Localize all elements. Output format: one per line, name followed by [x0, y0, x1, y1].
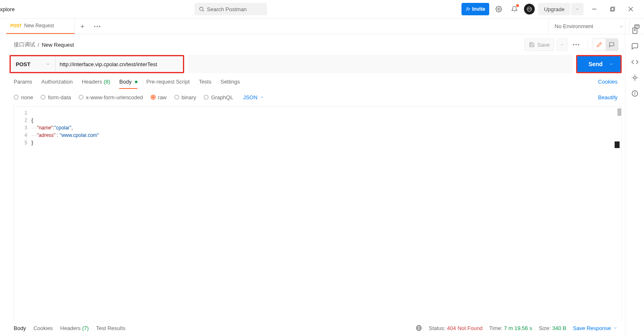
raw-format-label: JSON	[243, 94, 257, 100]
resp-headers-count: (7)	[82, 325, 89, 331]
globe-icon[interactable]	[416, 325, 422, 331]
edit-comment-button[interactable]	[606, 39, 618, 50]
scrollbar-thumb[interactable]	[618, 108, 621, 116]
url-input[interactable]: http://interface.vip.cpolar.cn/test/inte…	[55, 56, 183, 72]
size-label: Size:	[539, 325, 551, 331]
tab-settings[interactable]: Settings	[221, 74, 240, 89]
code-icon[interactable]	[631, 58, 639, 66]
svg-point-5	[498, 8, 500, 10]
chevron-down-icon	[575, 7, 579, 11]
svg-point-34	[578, 44, 579, 45]
code-brace: {	[31, 117, 33, 123]
send-button[interactable]: Send	[577, 56, 620, 72]
svg-point-32	[573, 44, 574, 45]
resp-tab-testresults[interactable]: Test Results	[96, 325, 125, 331]
tab-params[interactable]: Params	[14, 74, 32, 89]
save-response-button[interactable]: Save Response	[573, 325, 618, 331]
edit-pencil-button[interactable]	[593, 39, 606, 50]
request-tab[interactable]: POST New Request	[6, 18, 75, 34]
tab-more-button[interactable]	[90, 19, 105, 34]
upgrade-button[interactable]: Upgrade	[538, 3, 570, 15]
svg-point-8	[530, 9, 530, 9]
svg-line-1	[203, 10, 204, 12]
breadcrumb-folder[interactable]: 接口调试	[14, 41, 35, 48]
svg-point-2	[466, 7, 468, 9]
editor-gutter: 1 2 3 4 5	[14, 107, 31, 335]
resp-headers-label: Headers	[60, 325, 81, 331]
code-comma: ,	[71, 125, 72, 131]
save-response-label: Save Response	[573, 325, 611, 331]
save-icon	[529, 42, 535, 48]
bodytype-xwww-label: x-www-form-urlencoded	[86, 94, 143, 100]
svg-point-33	[576, 44, 577, 45]
comments-icon[interactable]	[631, 43, 639, 50]
cookies-link[interactable]: Cookies	[598, 79, 618, 85]
docs-icon[interactable]	[631, 27, 639, 34]
search-input[interactable]: Search Postman	[195, 3, 267, 15]
window-close[interactable]	[623, 3, 638, 15]
status-label: Status:	[429, 325, 445, 331]
resp-tab-headers[interactable]: Headers (7)	[60, 325, 89, 331]
code-colon: :	[55, 132, 60, 138]
tab-authorization[interactable]: Authorization	[41, 74, 73, 89]
code-key: "name"	[37, 125, 53, 131]
bodytype-xwww[interactable]: x-www-form-urlencoded	[79, 94, 143, 100]
status-field: Status: 404 Not Found	[429, 325, 483, 331]
save-button[interactable]: Save	[524, 38, 554, 51]
method-label: POST	[16, 61, 30, 67]
send-wrap: Send	[576, 55, 622, 73]
bodytype-binary[interactable]: binary	[174, 94, 196, 100]
raw-format-select[interactable]: JSON	[243, 94, 264, 100]
resp-tab-body[interactable]: Body	[14, 325, 26, 331]
body-editor[interactable]: 1 2 3 4 5 {····"name":"cpolar",····"adre…	[14, 106, 622, 335]
comment-icon	[609, 42, 615, 48]
svg-point-7	[529, 9, 529, 9]
notifications-icon[interactable]	[508, 3, 521, 15]
bodytype-none[interactable]: none	[14, 94, 33, 100]
tab-tests[interactable]: Tests	[199, 74, 211, 89]
resp-tab-cookies[interactable]: Cookies	[34, 325, 53, 331]
window-minimize[interactable]	[587, 3, 602, 15]
svg-rect-10	[610, 8, 614, 11]
request-more-button[interactable]	[570, 38, 582, 51]
beautify-link[interactable]: Beautify	[598, 94, 618, 100]
tab-method: POST	[10, 24, 22, 28]
url-group: POST http://interface.vip.cpolar.cn/test…	[10, 55, 184, 73]
new-tab-button[interactable]	[75, 19, 90, 34]
request-subtabs: Params Authorization Headers (8) Body Pr…	[6, 73, 625, 90]
bodytype-graphql[interactable]: GraphQL	[204, 94, 233, 100]
upgrade-dropdown[interactable]	[571, 3, 584, 15]
info-icon[interactable]	[631, 90, 639, 97]
line-num: 1	[14, 109, 27, 117]
line-num: 4	[14, 132, 27, 139]
plus-icon	[79, 24, 85, 29]
tab-title: New Request	[24, 23, 54, 29]
svg-point-31	[634, 92, 635, 93]
tab-headers[interactable]: Headers (8)	[82, 74, 111, 89]
bot-icon[interactable]	[524, 4, 535, 14]
svg-rect-11	[611, 7, 615, 10]
code-string: "www.cpolar.com"	[60, 132, 99, 138]
more-icon	[573, 44, 579, 45]
url-value: http://interface.vip.cpolar.cn/test/inte…	[60, 61, 157, 67]
invite-button[interactable]: Invite	[461, 3, 489, 15]
search-placeholder: Search Postman	[207, 6, 247, 12]
time-field: Time: 7 m 19.56 s	[489, 325, 532, 331]
chevron-down-icon	[613, 326, 618, 330]
time-value: 7 m 19.56 s	[504, 325, 532, 331]
chevron-down-icon	[560, 43, 564, 47]
bodytype-formdata[interactable]: form-data	[41, 94, 71, 100]
method-select[interactable]: POST	[11, 56, 55, 72]
tab-prerequest[interactable]: Pre-request Script	[147, 74, 190, 89]
environment-select[interactable]: No Environment	[548, 19, 629, 34]
tab-body[interactable]: Body	[119, 74, 137, 89]
bodytype-none-label: none	[21, 94, 33, 100]
window-maximize[interactable]	[605, 3, 620, 15]
smart-icon[interactable]	[631, 74, 639, 81]
nav-xplore[interactable]: xplore	[0, 6, 14, 12]
bodytype-raw[interactable]: raw	[151, 94, 167, 100]
editor-code[interactable]: {····"name":"cpolar",····"adress" : "www…	[31, 107, 621, 335]
save-dropdown[interactable]	[557, 38, 567, 51]
url-gap[interactable]	[187, 55, 573, 73]
settings-icon[interactable]	[493, 3, 505, 15]
